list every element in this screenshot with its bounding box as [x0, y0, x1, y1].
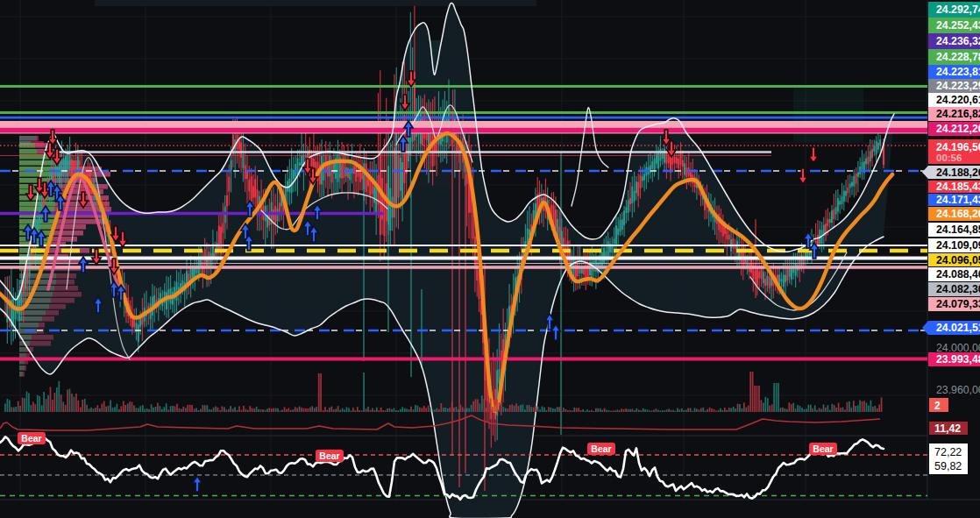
svg-text:24.171,43: 24.171,43 — [936, 194, 980, 206]
svg-text:24.223,29: 24.223,29 — [936, 80, 980, 92]
svg-text:72,22: 72,22 — [934, 446, 962, 458]
svg-text:24.220,61: 24.220,61 — [936, 94, 980, 106]
svg-text:24.236,32: 24.236,32 — [936, 35, 980, 47]
svg-text:24.216,82: 24.216,82 — [936, 108, 980, 120]
svg-text:24.088,46: 24.088,46 — [936, 268, 980, 280]
svg-text:00:56: 00:56 — [936, 153, 962, 163]
svg-text:24.185,43: 24.185,43 — [936, 181, 980, 193]
svg-text:11,42: 11,42 — [934, 422, 961, 435]
svg-text:23.960,00: 23.960,00 — [936, 384, 980, 396]
svg-text:24.228,78: 24.228,78 — [936, 51, 980, 63]
svg-text:24.109,09: 24.109,09 — [936, 239, 980, 252]
svg-text:24.168,20: 24.168,20 — [936, 208, 980, 220]
svg-text:24.082,30: 24.082,30 — [936, 283, 980, 295]
svg-text:24.196,50: 24.196,50 — [936, 141, 980, 153]
svg-text:Bear: Bear — [813, 443, 833, 454]
svg-text:24.292,74: 24.292,74 — [936, 4, 980, 16]
svg-text:24.212,20: 24.212,20 — [936, 123, 980, 135]
svg-text:Bear: Bear — [319, 451, 339, 461]
svg-text:24.252,43: 24.252,43 — [936, 19, 980, 32]
svg-text:2: 2 — [934, 400, 941, 412]
svg-text:24.021,51: 24.021,51 — [936, 322, 980, 334]
svg-text:23.993,48: 23.993,48 — [936, 353, 980, 365]
svg-text:Bear: Bear — [21, 433, 41, 443]
svg-text:24.188,26: 24.188,26 — [936, 167, 980, 179]
svg-text:24.164,85: 24.164,85 — [936, 224, 980, 236]
svg-text:59,82: 59,82 — [934, 460, 962, 472]
svg-text:24.079,33: 24.079,33 — [936, 298, 980, 310]
svg-text:24.096,05: 24.096,05 — [936, 254, 980, 266]
svg-text:24.223,81: 24.223,81 — [936, 66, 980, 78]
svg-text:24.000,00: 24.000,00 — [936, 342, 980, 354]
svg-text:Bear: Bear — [591, 443, 611, 454]
